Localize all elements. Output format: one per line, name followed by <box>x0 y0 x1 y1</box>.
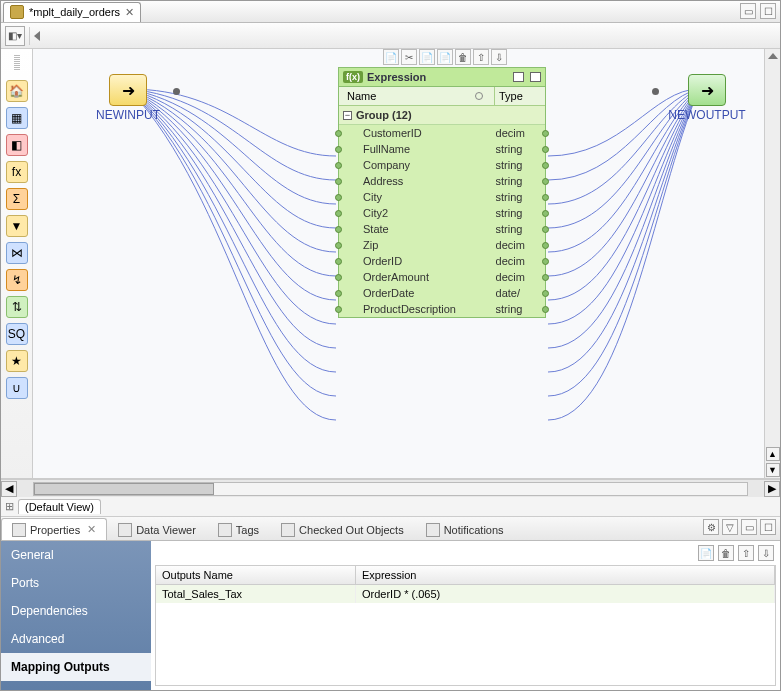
perspective-menu-button[interactable]: ◧▾ <box>5 26 25 46</box>
output-expression-cell[interactable]: OrderID * (.065) <box>356 585 775 603</box>
scroll-down-arrow[interactable]: ▼ <box>766 463 780 477</box>
output-input-port[interactable] <box>652 88 659 95</box>
paste2-icon[interactable]: 📄 <box>437 49 453 65</box>
expression-port-row[interactable]: OrderDatedate/ <box>339 285 545 301</box>
scroll-right-arrow[interactable]: ▶ <box>764 481 780 497</box>
delete-row-button[interactable]: 🗑 <box>718 545 734 561</box>
output-port[interactable] <box>542 226 549 233</box>
input-port[interactable] <box>335 290 342 297</box>
scroll-thumb[interactable] <box>34 483 214 495</box>
close-properties-icon[interactable]: ✕ <box>87 523 96 536</box>
collapse-icon[interactable]: − <box>343 111 352 120</box>
output-port[interactable] <box>542 210 549 217</box>
palette-source-icon[interactable]: 🏠 <box>6 80 28 102</box>
default-view-tab[interactable]: (Default View) <box>18 499 101 514</box>
canvas-horizontal-scrollbar[interactable]: ◀ ▶ <box>1 479 780 497</box>
input-port[interactable] <box>335 210 342 217</box>
scroll-track[interactable] <box>33 482 748 496</box>
expression-port-row[interactable]: City2string <box>339 205 545 221</box>
scroll-left-arrow[interactable]: ◀ <box>1 481 17 497</box>
input-port[interactable] <box>335 162 342 169</box>
output-name-cell[interactable]: Total_Sales_Tax <box>156 585 356 603</box>
expression-port-row[interactable]: ProductDescriptionstring <box>339 301 545 317</box>
input-port[interactable] <box>335 146 342 153</box>
paste-icon[interactable]: 📄 <box>419 49 435 65</box>
sidebar-item-dependencies[interactable]: Dependencies <box>1 597 151 625</box>
input-port[interactable] <box>335 274 342 281</box>
output-port[interactable] <box>542 162 549 169</box>
output-port[interactable] <box>542 290 549 297</box>
tab-tags[interactable]: Tags <box>207 518 270 540</box>
expression-port-row[interactable]: Citystring <box>339 189 545 205</box>
input-port[interactable] <box>335 226 342 233</box>
expression-transformation[interactable]: f(x) Expression Name Type − Group (12) <box>338 67 546 318</box>
input-output-port[interactable] <box>173 88 180 95</box>
input-port[interactable] <box>335 194 342 201</box>
editor-tab-mplt-daily-orders[interactable]: *mplt_daily_orders ✕ <box>3 2 141 22</box>
output-port[interactable] <box>542 242 549 249</box>
expression-port-row[interactable]: OrderAmountdecim <box>339 269 545 285</box>
sidebar-item-advanced[interactable]: Advanced <box>1 625 151 653</box>
copy-icon[interactable]: 📄 <box>383 49 399 65</box>
palette-lookup-icon[interactable]: ◧ <box>6 134 28 156</box>
tab-properties[interactable]: Properties ✕ <box>1 518 107 540</box>
moveup-icon[interactable]: ⇧ <box>473 49 489 65</box>
panel-minimize-button[interactable]: ▭ <box>741 519 757 535</box>
expression-port-row[interactable]: Statestring <box>339 221 545 237</box>
iconify-button[interactable] <box>513 72 524 82</box>
palette-joiner-icon[interactable]: ⋈ <box>6 242 28 264</box>
expression-header[interactable]: Expression <box>356 566 775 584</box>
tab-checked-out[interactable]: Checked Out Objects <box>270 518 415 540</box>
palette-aggregator-icon[interactable]: Σ <box>6 188 28 210</box>
palette-sorter-icon[interactable]: ⇅ <box>6 296 28 318</box>
view-expand-icon[interactable]: ⊞ <box>5 500 14 513</box>
movedown-row-button[interactable]: ⇩ <box>758 545 774 561</box>
input-port[interactable] <box>335 178 342 185</box>
output-port[interactable] <box>542 274 549 281</box>
restore-button[interactable] <box>530 72 541 82</box>
output-port[interactable] <box>542 130 549 137</box>
table-row[interactable]: Total_Sales_Tax OrderID * (.065) <box>156 585 775 603</box>
input-transformation[interactable]: ➜ NEWINPUT <box>88 74 168 122</box>
input-port[interactable] <box>335 242 342 249</box>
expression-port-row[interactable]: Companystring <box>339 157 545 173</box>
expression-port-row[interactable]: Zipdecim <box>339 237 545 253</box>
palette-router-icon[interactable]: ↯ <box>6 269 28 291</box>
moveup-row-button[interactable]: ⇧ <box>738 545 754 561</box>
palette-union-icon[interactable]: ∪ <box>6 377 28 399</box>
palette-expression-icon[interactable]: fx <box>6 161 28 183</box>
input-port[interactable] <box>335 258 342 265</box>
output-port[interactable] <box>542 146 549 153</box>
expression-port-row[interactable]: FullNamestring <box>339 141 545 157</box>
tab-notifications[interactable]: Notifications <box>415 518 515 540</box>
scroll-up-arrow[interactable]: ▲ <box>766 447 780 461</box>
canvas-vertical-scrollbar[interactable]: ▲ ▼ <box>764 49 780 478</box>
cut-icon[interactable]: ✂ <box>401 49 417 65</box>
output-port[interactable] <box>542 178 549 185</box>
palette-rank-icon[interactable]: ★ <box>6 350 28 372</box>
sidebar-item-general[interactable]: General <box>1 541 151 569</box>
input-port[interactable] <box>335 306 342 313</box>
maximize-editor-button[interactable]: ☐ <box>760 3 776 19</box>
scroll-left-icon[interactable] <box>34 31 40 41</box>
panel-dropdown-button[interactable]: ▽ <box>722 519 738 535</box>
output-port[interactable] <box>542 258 549 265</box>
panel-menu-button[interactable]: ⚙ <box>703 519 719 535</box>
close-icon[interactable]: ✕ <box>125 6 134 19</box>
sidebar-item-ports[interactable]: Ports <box>1 569 151 597</box>
add-row-button[interactable]: 📄 <box>698 545 714 561</box>
expression-port-row[interactable]: Addressstring <box>339 173 545 189</box>
name-column-header[interactable]: Name <box>339 87 495 105</box>
expression-group-row[interactable]: − Group (12) <box>339 106 545 125</box>
outputs-name-header[interactable]: Outputs Name <box>156 566 356 584</box>
output-port[interactable] <box>542 194 549 201</box>
palette-sql-icon[interactable]: SQ <box>6 323 28 345</box>
scroll-right-icon[interactable] <box>768 53 778 59</box>
expression-port-row[interactable]: OrderIDdecim <box>339 253 545 269</box>
minimize-editor-button[interactable]: ▭ <box>740 3 756 19</box>
movedown-icon[interactable]: ⇩ <box>491 49 507 65</box>
output-port[interactable] <box>542 306 549 313</box>
palette-target-icon[interactable]: ▦ <box>6 107 28 129</box>
expression-port-row[interactable]: CustomerIDdecim <box>339 125 545 141</box>
delete-icon[interactable]: 🗑 <box>455 49 471 65</box>
